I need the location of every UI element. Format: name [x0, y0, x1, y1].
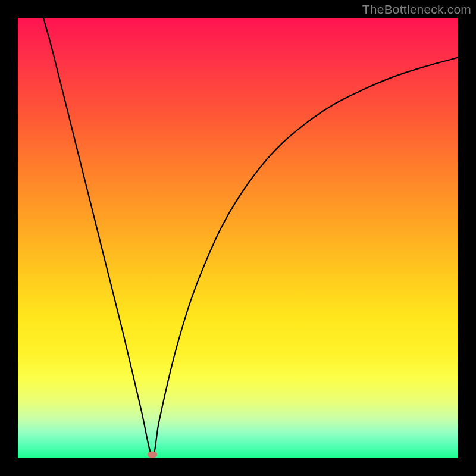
- watermark-text: TheBottleneck.com: [362, 2, 471, 17]
- bottleneck-curve: [18, 18, 458, 458]
- minimum-marker: [147, 452, 157, 458]
- chart-frame: TheBottleneck.com: [0, 0, 476, 476]
- plot-area: [18, 18, 458, 458]
